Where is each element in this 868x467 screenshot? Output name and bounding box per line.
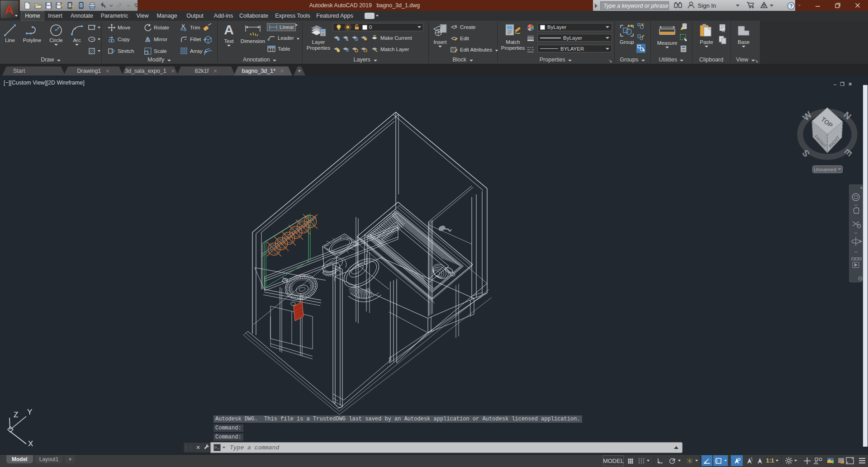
svg-text:x: x xyxy=(860,185,863,190)
svg-text:X: X xyxy=(28,439,33,448)
svg-text:?: ? xyxy=(790,3,793,9)
svg-text:A: A xyxy=(224,23,234,37)
svg-text:Z: Z xyxy=(14,410,18,419)
svg-text:Y: Y xyxy=(27,408,32,416)
svg-text:A: A xyxy=(5,3,14,16)
